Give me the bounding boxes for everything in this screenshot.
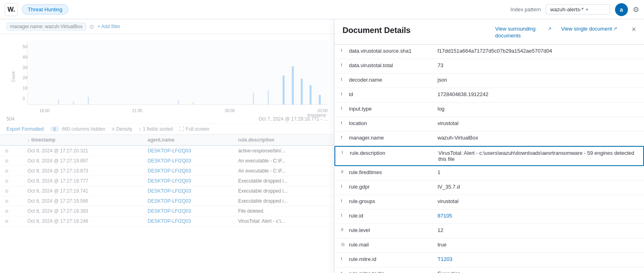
field-type-icon: t: [341, 106, 347, 111]
close-button[interactable]: ×: [632, 26, 636, 33]
row-timestamp: Oct 8, 2024 @ 17:27:18.246: [23, 216, 142, 226]
row-timestamp: Oct 8, 2024 @ 17:27:19.383: [23, 206, 142, 216]
settings-icon[interactable]: ⚙: [633, 5, 639, 14]
col-header-agent[interactable]: agent.name: [143, 135, 233, 146]
field-type-icon: t: [341, 271, 347, 273]
document-details-panel: Document Details View surrounding docume…: [334, 19, 644, 273]
fullscreen-icon: ⛶: [179, 126, 184, 132]
doc-field-row: t location virustotal: [334, 117, 644, 131]
row-expand-icon: ⊙: [0, 216, 23, 226]
field-key: location: [349, 120, 438, 126]
field-type-icon: t: [341, 120, 347, 125]
table-toolbar: Export Formatted 6 660 columns hidden ≡ …: [0, 124, 334, 135]
field-type-icon: t: [341, 256, 347, 261]
row-agent[interactable]: DESKTOP-LFI2Q03: [143, 156, 233, 166]
field-key: rule.id: [349, 213, 438, 219]
index-pattern-select[interactable]: wazuh-alerts-* ▾: [546, 4, 610, 14]
col-header-timestamp[interactable]: ↓ timestamp: [23, 135, 142, 146]
doc-fields-table: t data.virustotal.source.sha1 f17dd151a6…: [334, 45, 644, 273]
field-key: data.virustotal.source.sha1: [349, 48, 438, 54]
density-button[interactable]: ≡ Density: [112, 126, 132, 132]
col-header-expand: [0, 135, 23, 146]
row-description: Executable dropped i...: [233, 186, 334, 196]
row-agent[interactable]: DESKTOP-LFI2Q03: [143, 176, 233, 186]
row-agent[interactable]: DESKTOP-LFI2Q03: [143, 146, 233, 156]
view-single-link[interactable]: View single document ↗: [561, 26, 617, 33]
data-table-container: ↓ timestamp agent.name rule.description …: [0, 135, 334, 226]
table-row[interactable]: ⊙ Oct 8, 2024 @ 17:27:18.246 DESKTOP-LFI…: [0, 216, 334, 226]
field-value: Execution: [438, 271, 638, 273]
index-pattern-value: wazuh-alerts-*: [550, 6, 584, 12]
field-key: rule.gdpr: [349, 184, 438, 190]
external-link-icon: ↗: [548, 26, 551, 31]
field-value: VirusTotal: Alert - c:\users\wazuh\downl…: [438, 150, 637, 162]
row-expand-icon: ⊙: [0, 146, 23, 156]
filter-chip[interactable]: manager.name: wazuh-VirtualBox: [6, 23, 86, 31]
filter-bar: manager.name: wazuh-VirtualBox ⊙ + Add f…: [0, 19, 334, 34]
field-value: virustotal: [438, 198, 638, 204]
add-filter-button[interactable]: + Add filter: [97, 24, 120, 29]
field-value: 1: [438, 169, 638, 175]
table-row[interactable]: ⊙ Oct 8, 2024 @ 17:27:19.741 DESKTOP-LFI…: [0, 186, 334, 196]
row-agent[interactable]: DESKTOP-LFI2Q03: [143, 186, 233, 196]
row-timestamp: Oct 8, 2024 @ 17:27:19.897: [23, 156, 142, 166]
field-value: virustotal: [438, 120, 638, 126]
row-description: An executable - C:\F...: [233, 166, 334, 176]
doc-field-row: t data.virustotal.total 73: [334, 59, 644, 74]
field-type-icon: t: [341, 62, 347, 67]
field-key: rule.mitre.tactic: [349, 271, 438, 273]
doc-field-row: t rule.groups virustotal: [334, 195, 644, 209]
sort-icon: ↕: [139, 126, 141, 132]
chart-count-label: Count: [11, 72, 16, 82]
field-type-icon: t: [341, 77, 347, 82]
row-expand-icon: ⊙: [0, 156, 23, 166]
field-type-icon: t: [341, 135, 347, 140]
fields-sorted-button[interactable]: ↕ 1 fields sorted: [139, 126, 173, 132]
row-expand-icon: ⊙: [0, 166, 23, 176]
field-key: id: [349, 91, 438, 97]
table-row[interactable]: ⊙ Oct 8, 2024 @ 17:27:19.873 DESKTOP-LFI…: [0, 166, 334, 176]
row-expand-icon: ⊙: [0, 196, 23, 206]
row-agent[interactable]: DESKTOP-LFI2Q03: [143, 206, 233, 216]
row-agent[interactable]: DESKTOP-LFI2Q03: [143, 216, 233, 226]
row-agent[interactable]: DESKTOP-LFI2Q03: [143, 196, 233, 206]
export-button[interactable]: Export Formatted: [6, 126, 44, 132]
field-value[interactable]: 87105: [438, 213, 638, 219]
app-title[interactable]: Threat Hunting: [22, 4, 68, 14]
field-key: manager.name: [349, 135, 438, 141]
avatar[interactable]: a: [615, 3, 628, 16]
topbar-right: Index pattern wazuh-alerts-* ▾ a ⚙: [510, 3, 639, 16]
data-table: ↓ timestamp agent.name rule.description …: [0, 135, 334, 226]
table-row[interactable]: ⊙ Oct 8, 2024 @ 17:27:19.383 DESKTOP-LFI…: [0, 206, 334, 216]
row-timestamp: Oct 8, 2024 @ 17:27:19.873: [23, 166, 142, 176]
field-value: 1728404838.1912242: [438, 91, 638, 97]
field-key: rule.firedtimes: [349, 169, 438, 175]
row-expand-icon: ⊙: [0, 206, 23, 216]
table-row[interactable]: ⊙ Oct 8, 2024 @ 17:27:19.897 DESKTOP-LFI…: [0, 156, 334, 166]
row-description: Executable dropped i...: [233, 196, 334, 206]
row-timestamp: Oct 8, 2024 @ 17:27:19.566: [23, 196, 142, 206]
view-surrounding-link[interactable]: View surrounding documents ↗: [495, 26, 551, 39]
row-agent[interactable]: DESKTOP-LFI2Q03: [143, 166, 233, 176]
doc-field-row: # rule.level 12: [334, 224, 644, 238]
filter-chip-icon: ⊙: [89, 23, 94, 30]
doc-field-row: t rule.description VirusTotal: Alert - c…: [334, 146, 644, 166]
table-row[interactable]: ⊙ Oct 8, 2024 @ 17:27:19.566 DESKTOP-LFI…: [0, 196, 334, 206]
field-value: IV_35.7.d: [438, 184, 638, 190]
field-value: f17dd151a664a71727d5c07b29a1542ae5707d04: [438, 48, 638, 54]
field-key: input.type: [349, 106, 438, 112]
row-expand-icon: ⊙: [0, 186, 23, 196]
field-value[interactable]: T1203: [438, 256, 638, 262]
col-header-description[interactable]: rule.description: [233, 135, 334, 146]
row-description: File deleted.: [233, 206, 334, 216]
doc-field-row: t rule.mitre.id T1203: [334, 253, 644, 267]
field-value: true: [438, 242, 638, 248]
index-pattern-label: Index pattern: [510, 6, 541, 12]
full-screen-button[interactable]: ⛶ Full screen: [179, 126, 209, 132]
density-icon: ≡: [112, 126, 115, 132]
chart-area: 500 400 300 200 100 0: [0, 34, 334, 115]
table-row[interactable]: ⊙ Oct 8, 2024 @ 17:27:20.321 DESKTOP-LFI…: [0, 146, 334, 156]
row-timestamp: Oct 8, 2024 @ 17:27:19.777: [23, 176, 142, 186]
table-row[interactable]: ⊙ Oct 8, 2024 @ 17:27:19.777 DESKTOP-LFI…: [0, 176, 334, 186]
field-value: wazuh-VirtualBox: [438, 135, 638, 141]
